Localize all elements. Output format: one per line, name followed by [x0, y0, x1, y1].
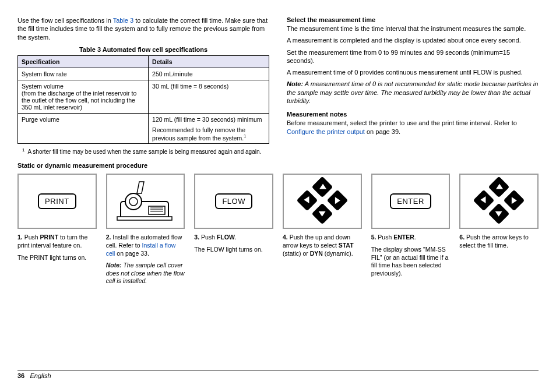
- flow-cell-spec-table: Specification Details System flow rate 2…: [17, 55, 269, 144]
- svg-rect-1: [149, 206, 165, 214]
- body-paragraph: A measurement time of 0 provides continu…: [287, 68, 539, 76]
- enter-button-graphic: ENTER: [390, 193, 431, 209]
- note-paragraph: Note: A measurement time of 0 is not rec…: [287, 80, 539, 105]
- step-5-illustration: ENTER: [371, 174, 451, 229]
- t: PRINT: [40, 234, 59, 241]
- body-paragraph: Before measurement, select the printer t…: [287, 119, 539, 136]
- arrow-left-icon: [473, 189, 495, 211]
- step-6: 6. Push the arrow keys to select the fil…: [459, 174, 539, 289]
- flow-cell-device-icon: [114, 178, 178, 225]
- table-footnote: 1 A shorter fill time may be used when t…: [28, 147, 269, 156]
- footnote-marker: 1: [22, 147, 24, 153]
- page-footer: 36 English: [17, 370, 539, 379]
- t: on page 33.: [115, 250, 149, 257]
- select-measurement-time-heading: Select the measurement time: [287, 16, 539, 23]
- intro-paragraph: Use the flow cell specifications in Tabl…: [17, 16, 269, 41]
- t: .: [414, 234, 416, 241]
- table-row: Purge volume 120 mL (fill time = 30 seco…: [18, 113, 269, 144]
- print-button-graphic: PRINT: [38, 193, 76, 209]
- step-1-text-2: The PRINT light turns on.: [17, 254, 97, 262]
- page-number: 36: [17, 372, 24, 379]
- table-header-row: Specification Details: [18, 55, 269, 68]
- step-4-text: 4. Push the up and down arrow keys to se…: [283, 234, 362, 257]
- details-line: 120 mL (fill time = 30 seconds) minimum: [152, 116, 265, 123]
- th-specification: Specification: [18, 55, 149, 68]
- step-2-note: Note: The sample cell cover does not clo…: [106, 262, 185, 285]
- table-row: System flow rate 250 mL/minute: [18, 68, 269, 80]
- details-cell: 120 mL (fill time = 30 seconds) minimum …: [149, 113, 269, 144]
- th-details: Details: [149, 55, 269, 68]
- step-5: ENTER 5. Push ENTER. The display shows "…: [371, 174, 451, 289]
- body-paragraph: Set the measurement time from 0 to 99 mi…: [287, 48, 539, 65]
- intro-text-a: Use the flow cell specifications in: [17, 17, 113, 24]
- arrow-keys-icon: [473, 178, 525, 225]
- arrow-down-icon: [488, 203, 510, 224]
- t: .: [235, 234, 237, 241]
- details-line: Recommended to fully remove the previous…: [152, 126, 265, 142]
- t: Push the arrow keys to select the fill t…: [459, 234, 528, 249]
- svg-point-6: [129, 197, 138, 206]
- step-4: 4. Push the up and down arrow keys to se…: [283, 174, 362, 289]
- arrow-right-icon: [326, 189, 348, 211]
- t: Push: [23, 234, 40, 241]
- arrow-up-icon: [311, 176, 333, 197]
- flow-button-graphic: FLOW: [215, 193, 252, 209]
- step-number: 3.: [194, 234, 199, 241]
- step-number: 1.: [17, 234, 23, 241]
- step-3-text: 3. Push FLOW.: [194, 234, 273, 242]
- left-column: Use the flow cell specifications in Tabl…: [17, 16, 269, 170]
- step-4-illustration: [283, 174, 362, 229]
- text-b: on page 39.: [365, 128, 400, 135]
- step-2-illustration: [106, 174, 185, 229]
- step-1-text: 1. Push PRINT to turn the print interval…: [17, 234, 97, 249]
- configure-printer-link[interactable]: Configure the printer output: [287, 128, 365, 135]
- t: (static) or: [283, 250, 310, 257]
- two-column-layout: Use the flow cell specifications in Tabl…: [17, 16, 539, 170]
- arrow-left-icon: [296, 189, 318, 211]
- step-2-text: 2. Install the automated flow cell. Refe…: [106, 234, 185, 257]
- spec-cell: System flow rate: [18, 68, 149, 80]
- footer-language: English: [30, 372, 51, 379]
- table-3-title: Table 3 Automated flow cell specificatio…: [17, 46, 269, 53]
- step-6-text: 6. Push the arrow keys to select the fil…: [459, 234, 539, 249]
- details-cell: 30 mL (fill time = 8 seconds): [149, 80, 269, 113]
- step-6-illustration: [459, 174, 539, 229]
- step-5-text: 5. Push ENTER.: [371, 234, 451, 242]
- table-3-link[interactable]: Table 3: [113, 17, 133, 24]
- arrow-keys-icon: [296, 178, 349, 225]
- measurement-notes-heading: Measurement notes: [287, 111, 539, 118]
- note-label: Note:: [106, 262, 122, 269]
- footnote-text: A shorter fill time may be used when the…: [27, 149, 261, 156]
- step-number: 6.: [459, 234, 464, 241]
- procedure-heading: Static or dynamic measurement procedure: [17, 162, 269, 169]
- note-label: Note:: [287, 80, 303, 87]
- svg-rect-7: [117, 217, 172, 220]
- step-3-text-2: The FLOW light turns on.: [194, 246, 273, 254]
- step-5-text-2: The display shows "MM-SS FIL" (or an act…: [371, 246, 451, 278]
- t: STAT: [339, 242, 354, 249]
- details-text: Recommended to fully remove the previous…: [152, 126, 245, 142]
- step-3: FLOW 3. Push FLOW. The FLOW light turns …: [194, 174, 273, 289]
- body-paragraph: A measurement is completed and the displ…: [287, 36, 539, 44]
- spec-cell: System volume (from the discharge of the…: [18, 80, 149, 113]
- arrow-right-icon: [504, 189, 525, 211]
- t: FLOW: [217, 234, 235, 241]
- step-1: PRINT 1. Push PRINT to turn the print in…: [17, 174, 97, 289]
- step-2: 2. Install the automated flow cell. Refe…: [106, 174, 185, 289]
- details-cell: 250 mL/minute: [149, 68, 269, 80]
- procedure-steps-row: PRINT 1. Push PRINT to turn the print in…: [17, 174, 539, 289]
- body-paragraph: The measurement time is the time interva…: [287, 24, 539, 33]
- step-3-illustration: FLOW: [194, 174, 273, 229]
- t: ENTER: [393, 234, 414, 241]
- note-body: A measurement time of 0 is not recommend…: [287, 80, 538, 104]
- spec-cell: Purge volume: [18, 113, 149, 144]
- right-column: Select the measurement time The measurem…: [287, 16, 539, 170]
- arrow-down-icon: [311, 203, 333, 224]
- step-1-illustration: PRINT: [17, 174, 97, 229]
- t: (dynamic).: [323, 250, 353, 257]
- t: DYN: [310, 250, 323, 257]
- arrow-up-icon: [488, 176, 510, 197]
- step-number: 4.: [283, 234, 288, 241]
- text-a: Before measurement, select the printer t…: [287, 119, 517, 126]
- footnote-marker: 1: [244, 133, 246, 139]
